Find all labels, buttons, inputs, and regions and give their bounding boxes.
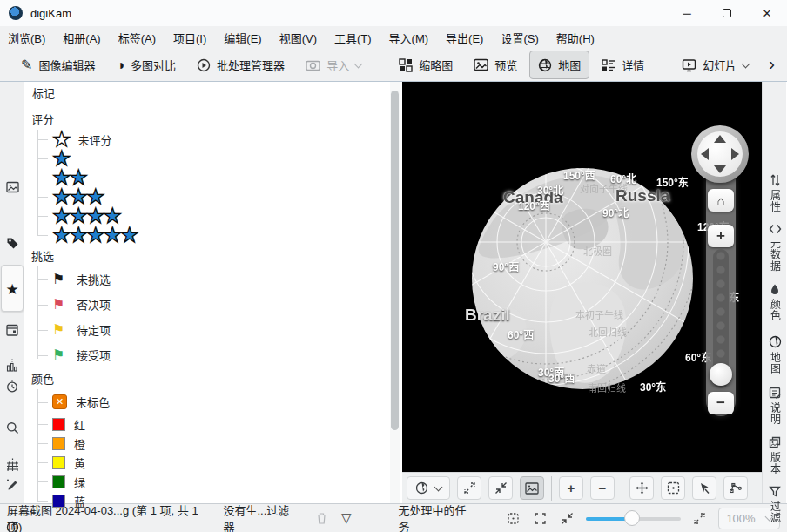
right-tab-colors[interactable]: 颜色 <box>763 283 787 321</box>
longitude-label: 60°西 <box>508 327 534 341</box>
tags-panel: 标记 评分 ★ 未评分 ★ ★★ ★★★ ★★★★ ★★★★★ 挑选 ⚑ 未挑选 <box>24 82 402 503</box>
pick-section[interactable]: 挑选 <box>31 245 402 266</box>
menu-album[interactable]: 相册(A) <box>63 30 100 46</box>
pick-row-rejected[interactable]: ⚑ 否决项 <box>52 292 402 317</box>
right-tab-versions[interactable]: 版本 <box>763 436 787 475</box>
rating-row-1[interactable]: ★ <box>52 149 402 168</box>
close-button[interactable]: ✕ <box>747 0 787 26</box>
sidebar-tab-search[interactable] <box>0 421 24 434</box>
menu-item[interactable]: 项目(I) <box>173 30 206 46</box>
color-row-green[interactable]: 绿 <box>52 472 402 491</box>
panel-scrollbar-thumb[interactable] <box>391 91 399 430</box>
color-swatch <box>52 437 65 450</box>
sidebar-tab-sketch[interactable] <box>0 478 24 490</box>
right-tab-metadata[interactable]: 元数据 <box>763 224 787 272</box>
batch-queue-button[interactable]: 批处理管理器 <box>188 51 293 79</box>
slideshow-button[interactable]: 幻灯片 <box>673 51 757 79</box>
select-region-icon <box>667 481 680 495</box>
pan-down-arrow-icon[interactable] <box>714 165 726 173</box>
right-tab-map[interactable]: 地图 <box>763 335 787 374</box>
maximize-button[interactable] <box>707 0 747 26</box>
map-fullscreen-button[interactable] <box>457 476 481 500</box>
circle-of-latitude-label: 本初子午线 <box>575 307 623 321</box>
pan-left-arrow-icon[interactable] <box>701 148 709 160</box>
zoom-expand-button[interactable] <box>693 512 706 525</box>
pan-up-arrow-icon[interactable] <box>714 135 726 143</box>
digikam-logo-icon <box>9 6 23 20</box>
map-zoom-in-button[interactable]: + <box>708 225 734 247</box>
map-thumbnails-toggle[interactable] <box>520 476 544 500</box>
right-tab-properties[interactable]: 属性 <box>763 174 787 212</box>
map-shrink-button[interactable] <box>488 476 513 500</box>
collapse-icon <box>494 481 508 495</box>
light-table-button[interactable]: ◑ 多图对比 <box>107 51 185 79</box>
menu-import[interactable]: 导入(M) <box>389 30 429 46</box>
color-row-none[interactable]: ✕ 未标色 <box>52 389 402 414</box>
pick-row-pending[interactable]: ⚑ 待定项 <box>52 317 402 342</box>
minimize-button[interactable]: ─ <box>667 0 707 26</box>
color-row-yellow[interactable]: 黄 <box>52 453 402 472</box>
map-zoom-out-button[interactable]: − <box>708 392 734 414</box>
right-sidebar-tabs: 属性 元数据 颜色 地图 说明 版本 过滤 工具 <box>762 82 786 503</box>
filter-funnel-button[interactable]: ▽ <box>341 510 352 526</box>
flag-icon: ⚑ <box>52 298 68 312</box>
map-minus-button[interactable]: − <box>590 476 615 500</box>
sidebar-tab-tags[interactable] <box>0 237 24 250</box>
pan-right-arrow-icon[interactable] <box>731 148 739 160</box>
map-projection-combo[interactable] <box>407 476 450 500</box>
map-region-select-button[interactable] <box>661 476 685 500</box>
menu-export[interactable]: 导出(E) <box>446 30 483 46</box>
star-icons: ★★ <box>52 169 86 186</box>
globe-canvas[interactable]: CanadaRussiaBrazil150°西60°北150°东30°北120°… <box>402 82 762 472</box>
import-button[interactable]: 导入 <box>297 51 370 79</box>
pick-row-none[interactable]: ⚑ 未挑选 <box>52 266 402 292</box>
pan-dpad-control[interactable] <box>691 125 749 183</box>
rating-section[interactable]: 评分 <box>31 108 402 130</box>
sidebar-tab-similarity[interactable] <box>0 458 24 472</box>
rating-row-unrated[interactable]: ★ 未评分 <box>52 130 402 149</box>
map-polygon-select-button[interactable] <box>723 476 748 500</box>
menu-settings[interactable]: 设置(S) <box>501 30 538 46</box>
toolbar-separator <box>663 55 663 76</box>
sidebar-tab-clock[interactable] <box>0 380 24 393</box>
toolbar-overflow-button[interactable]: › <box>769 53 782 77</box>
color-row-orange[interactable]: 橙 <box>52 434 402 453</box>
map-plus-button[interactable]: + <box>559 476 583 500</box>
fit-window-button[interactable] <box>561 512 574 525</box>
sidebar-tab-labels[interactable]: ★ <box>0 280 24 299</box>
color-row-red[interactable]: 红 <box>52 414 402 434</box>
menu-tools[interactable]: 工具(T) <box>334 30 372 46</box>
menu-help[interactable]: 帮助(H) <box>556 30 595 46</box>
right-tab-captions[interactable]: 说明 <box>763 387 787 425</box>
thumbnails-button[interactable]: 缩略图 <box>390 51 461 79</box>
thumbnail-zoom-slider[interactable] <box>586 510 681 526</box>
map-zoom-slider-handle[interactable] <box>710 363 732 386</box>
slider-handle[interactable] <box>624 510 640 526</box>
menu-tag[interactable]: 标签(A) <box>118 30 156 46</box>
preview-button[interactable]: 预览 <box>465 51 526 79</box>
map-pan-mode-button[interactable] <box>629 476 654 500</box>
menu-view[interactable]: 视图(V) <box>279 30 317 46</box>
map-button[interactable]: 地图 <box>529 51 589 79</box>
title-bar: digiKam ─ ✕ <box>0 0 787 26</box>
map-cursor-mode-button[interactable] <box>692 476 716 500</box>
tasks-status-text: 无处理中的任务 <box>399 502 476 532</box>
menu-browse[interactable]: 浏览(B) <box>8 30 45 46</box>
sidebar-tab-map[interactable] <box>0 521 24 532</box>
map-home-button[interactable]: ⌂ <box>708 189 734 212</box>
rating-row-2[interactable]: ★★ <box>52 168 402 187</box>
menu-edit[interactable]: 编辑(E) <box>224 30 261 46</box>
country-label: Brazil <box>465 306 510 325</box>
trash-icon[interactable] <box>316 512 327 524</box>
sidebar-tab-timeline[interactable] <box>0 359 24 373</box>
sidebar-tab-albums[interactable] <box>0 181 24 193</box>
color-row-blue[interactable]: 蓝 <box>52 491 402 510</box>
zoom-select-button[interactable] <box>507 512 520 525</box>
sidebar-tab-dates[interactable] <box>0 324 24 336</box>
details-button[interactable]: 详情 <box>593 51 653 79</box>
pick-row-accepted[interactable]: ⚑ 接受项 <box>52 342 402 367</box>
rating-row-5[interactable]: ★★★★★ <box>52 226 402 245</box>
image-editor-button[interactable]: ✎ 图像编辑器 <box>12 51 104 79</box>
zoom-100-button[interactable] <box>534 512 547 525</box>
color-section[interactable]: 颜色 <box>31 367 402 389</box>
